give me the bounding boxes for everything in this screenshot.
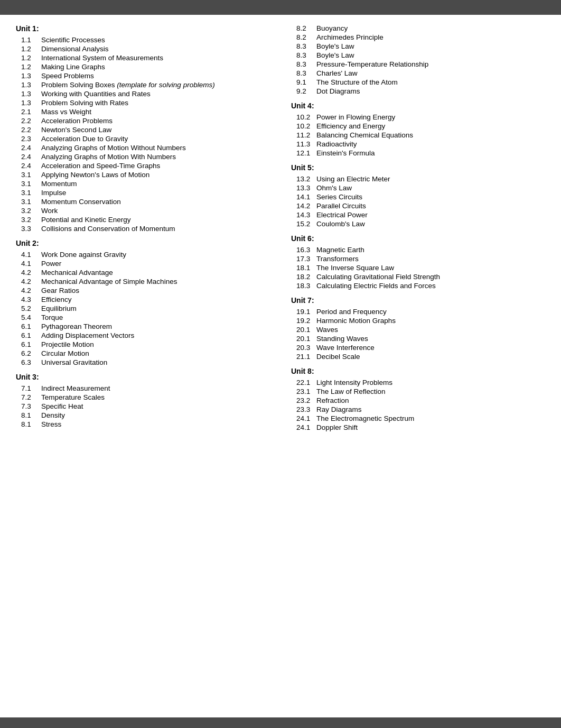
item-label: Analyzing Graphs of Motion Without Numbe… (41, 144, 186, 152)
list-item: 1.3Speed Problems (16, 72, 270, 80)
item-label: Mass vs Weight (41, 108, 91, 116)
item-label: Projectile Motion (41, 340, 94, 348)
item-number: 23.2 (296, 397, 316, 404)
item-label: Light Intensity Problems (316, 379, 392, 386)
item-label: Acceleration and Speed-Time Graphs (41, 162, 160, 170)
item-label: Balancing Chemical Equations (316, 131, 413, 139)
item-number: 8.2 (296, 33, 316, 41)
item-number: 6.1 (21, 322, 41, 330)
item-label: Buoyancy (316, 24, 348, 32)
page-header (0, 0, 561, 15)
item-number: 1.3 (21, 90, 41, 98)
list-item: 4.2Mechanical Advantage of Simple Machin… (16, 278, 270, 285)
item-label: Density (41, 411, 65, 419)
item-number: 1.3 (21, 81, 41, 89)
item-label: Series Circuits (316, 193, 362, 201)
item-number: 18.2 (296, 273, 316, 281)
item-label: Acceleration Due to Gravity (41, 135, 128, 143)
item-number: 7.3 (21, 402, 41, 410)
item-label: Making Line Graphs (41, 63, 105, 71)
list-item: 20.3Wave Interference (291, 344, 545, 352)
list-item: 4.2Gear Ratios (16, 287, 270, 294)
list-item: 19.2Harmonic Motion Graphs (291, 317, 545, 325)
item-label: Radioactivity (316, 140, 357, 148)
list-item: 1.2Dimensional Analysis (16, 45, 270, 53)
item-label: Working with Quantities and Rates (41, 90, 151, 98)
item-number: 15.2 (296, 220, 316, 228)
item-number: 6.1 (21, 340, 41, 348)
item-label: Mechanical Advantage of Simple Machines (41, 278, 177, 285)
item-label: Power (41, 260, 61, 268)
unit-title: Unit 2: (16, 239, 270, 247)
item-number: 7.1 (21, 384, 41, 392)
item-number: 18.1 (296, 264, 316, 272)
item-label: Universal Gravitation (41, 358, 107, 366)
list-item: 7.2Temperature Scales (16, 393, 270, 401)
right-column: 8.2Buoyancy8.2Archimedes Principle8.3Boy… (286, 24, 545, 432)
item-label: Standing Waves (316, 335, 368, 343)
list-item: 5.4Torque (16, 314, 270, 321)
item-label: Boyle's Law (316, 42, 354, 50)
list-item: 18.3Calculating Electric Fields and Forc… (291, 282, 545, 290)
item-number: 13.3 (296, 184, 316, 192)
item-number: 2.4 (21, 162, 41, 170)
list-item: 9.2Dot Diagrams (291, 87, 545, 95)
item-number: 16.3 (296, 246, 316, 254)
list-item: 6.2Circular Motion (16, 349, 270, 357)
item-label: Ohm's Law (316, 184, 352, 192)
item-number: 6.2 (21, 349, 41, 357)
item-number: 2.2 (21, 117, 41, 125)
item-number: 4.2 (21, 278, 41, 285)
item-label: Pythagorean Theorem (41, 322, 112, 330)
item-label: Problem Solving Boxes (template for solv… (41, 81, 215, 89)
item-number: 14.3 (296, 211, 316, 219)
list-item: 10.2Power in Flowing Energy (291, 113, 545, 121)
item-number: 4.3 (21, 296, 41, 303)
item-label: Efficiency (41, 296, 72, 303)
list-item: 17.3Transformers (291, 255, 545, 263)
list-item: 23.1The Law of Reflection (291, 388, 545, 395)
unit-title: Unit 4: (291, 102, 545, 110)
item-label: Calculating Gravitational Field Strength (316, 273, 440, 281)
item-number: 8.1 (21, 420, 41, 428)
item-number: 3.3 (21, 225, 41, 233)
list-item: 8.2Buoyancy (291, 24, 545, 32)
list-item: 15.2Coulomb's Law (291, 220, 545, 228)
item-label: Electrical Power (316, 211, 368, 219)
item-label: Archimedes Principle (316, 33, 384, 41)
list-item: 12.1Einstein's Formula (291, 149, 545, 157)
item-label: Stress (41, 420, 61, 428)
item-label: Collisions and Conservation of Momentum (41, 225, 175, 233)
item-number: 17.3 (296, 255, 316, 263)
item-label: Boyle's Law (316, 51, 354, 59)
list-item: 4.1Work Done against Gravity (16, 251, 270, 259)
item-number: 8.3 (296, 42, 316, 50)
list-item: 6.3Universal Gravitation (16, 358, 270, 366)
item-number: 5.4 (21, 314, 41, 321)
item-label: Coulomb's Law (316, 220, 365, 228)
unit-title: Unit 3: (16, 373, 270, 381)
item-number: 8.1 (21, 411, 41, 419)
list-item: 20.1Waves (291, 326, 545, 334)
item-number: 10.2 (296, 113, 316, 121)
page-footer (0, 717, 561, 728)
unit-title: Unit 8: (291, 367, 545, 375)
list-item: 8.1Density (16, 411, 270, 419)
list-item: 1.2International System of Measurements (16, 54, 270, 62)
item-number: 1.3 (21, 72, 41, 80)
item-number: 1.3 (21, 99, 41, 107)
item-label: Momentum Conservation (41, 198, 121, 206)
item-label: Torque (41, 314, 63, 321)
list-item: 1.3Working with Quantities and Rates (16, 90, 270, 98)
list-item: 16.3Magnetic Earth (291, 246, 545, 254)
item-label: Einstein's Formula (316, 149, 375, 157)
item-number: 10.2 (296, 122, 316, 130)
list-item: 1.3Problem Solving with Rates (16, 99, 270, 107)
list-item: 9.1The Structure of the Atom (291, 78, 545, 86)
list-item: 8.3Charles' Law (291, 69, 545, 77)
list-item: 6.1Pythagorean Theorem (16, 322, 270, 330)
left-column: Unit 1:1.1Scientific Processes1.2Dimensi… (16, 24, 286, 432)
item-label: Transformers (316, 255, 359, 263)
item-number: 7.2 (21, 393, 41, 401)
item-label: Dimensional Analysis (41, 45, 109, 53)
